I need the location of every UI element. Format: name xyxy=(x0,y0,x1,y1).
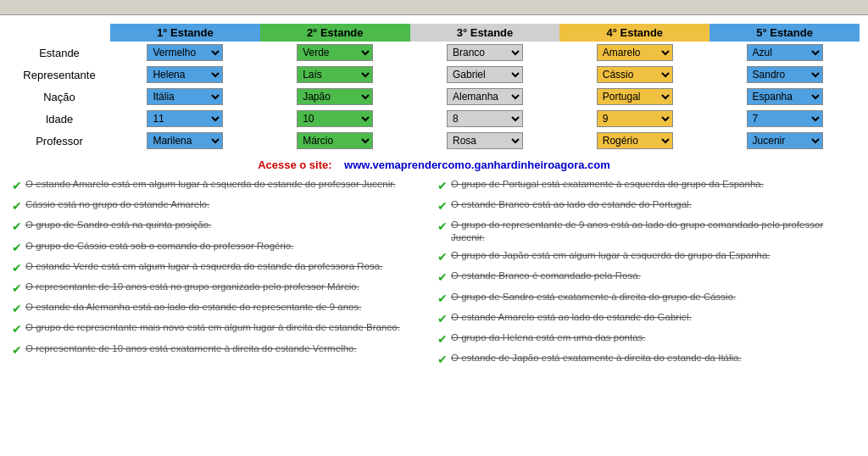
clues-right: ✔O grupo de Portugal está exatamente à e… xyxy=(434,178,860,372)
check-icon: ✔ xyxy=(12,219,22,234)
cell-representante-col4: HelenaLaísGabrielCássioSandro xyxy=(559,64,709,86)
list-item: ✔O grupo de Portugal está exatamente à e… xyxy=(437,178,856,193)
select-professor-col1[interactable]: MarilenaMárcioRosaRogérioJucenir xyxy=(147,132,223,149)
select-idade-col4[interactable]: 7891011 xyxy=(597,110,673,127)
select-representante-col1[interactable]: HelenaLaísGabrielCássioSandro xyxy=(147,66,223,83)
list-item: ✔O grupo do representante de 9 anos está… xyxy=(437,219,856,244)
promo-text: Acesse o site: xyxy=(258,158,341,171)
clue-text: O grupo de representante mais novo está … xyxy=(25,321,400,334)
clue-text: O grupo de Sandro está na quinta posição… xyxy=(25,219,211,231)
promo-bar: Acesse o site: www.vemaprendercomo.ganha… xyxy=(8,158,860,171)
cell-idade-col4: 7891011 xyxy=(559,108,709,130)
promo-url: www.vemaprendercomo.ganhardinheiroagora.… xyxy=(344,158,610,171)
col-header-1: 1° Estande xyxy=(110,24,260,42)
clue-text: O grupo do Japão está em algum lugar à e… xyxy=(451,249,771,262)
cell-representante-col2: HelenaLaísGabrielCássioSandro xyxy=(260,64,410,86)
row-label-representante: Representante xyxy=(8,64,110,86)
cell-professor-col1: MarilenaMárcioRosaRogérioJucenir xyxy=(110,130,260,152)
list-item: ✔O estande da Alemanha está ao lado do e… xyxy=(12,301,431,316)
clue-text: O grupo de Portugal está exatamente à es… xyxy=(451,178,764,191)
cell-representante-col1: HelenaLaísGabrielCássioSandro xyxy=(110,64,260,86)
cell-idade-col1: 7891011 xyxy=(110,108,260,130)
list-item: ✔O estando Amarelo está em algum lugar à… xyxy=(12,178,431,193)
select-idade-col2[interactable]: 7891011 xyxy=(297,110,373,127)
list-item: ✔O representante de 10 anos está exatame… xyxy=(12,342,431,358)
clue-text: O estande Branco é comandado pela Rosa. xyxy=(451,270,641,282)
cell-idade-col2: 7891011 xyxy=(260,108,410,130)
cell-nacao-col2: ItáliaJapãoAlemanhaPortugalEspanha xyxy=(260,86,410,108)
select-idade-col3[interactable]: 7891011 xyxy=(447,110,523,127)
cell-nacao-col1: ItáliaJapãoAlemanhaPortugalEspanha xyxy=(110,86,260,108)
clue-text: O grupo do representante de 9 anos está … xyxy=(451,219,856,244)
check-icon: ✔ xyxy=(12,260,22,275)
clue-text: O estande da Alemanha está ao lado do es… xyxy=(25,301,361,314)
row-label-idade: Idade xyxy=(8,108,110,130)
cell-professor-col2: MarilenaMárcioRosaRogérioJucenir xyxy=(260,130,410,152)
list-item: ✔O grupo de representante mais novo está… xyxy=(12,321,431,336)
cell-estande-col2: VermelhoVerdeBrancoAmareloAzul xyxy=(260,42,410,64)
list-item: ✔Cássio está no grupo do estande Amarelo… xyxy=(12,198,431,214)
list-item: ✔O estande Amarelo está ao lado do estan… xyxy=(437,311,856,326)
select-estande-col4[interactable]: VermelhoVerdeBrancoAmareloAzul xyxy=(597,44,673,61)
select-nacao-col1[interactable]: ItáliaJapãoAlemanhaPortugalEspanha xyxy=(147,88,223,105)
select-estande-col5[interactable]: VermelhoVerdeBrancoAmareloAzul xyxy=(747,44,823,61)
select-nacao-col2[interactable]: ItáliaJapãoAlemanhaPortugalEspanha xyxy=(297,88,373,105)
row-label-nacao: Nação xyxy=(8,86,110,108)
check-icon: ✔ xyxy=(437,311,448,326)
select-professor-col2[interactable]: MarilenaMárcioRosaRogérioJucenir xyxy=(297,132,373,149)
list-item: ✔O estande Branco está ao lado do estand… xyxy=(437,198,856,214)
clue-text: O representante de 10 anos está exatamen… xyxy=(25,342,357,355)
cell-nacao-col4: ItáliaJapãoAlemanhaPortugalEspanha xyxy=(559,86,709,108)
check-icon: ✔ xyxy=(437,291,448,306)
clue-text: O grupo de Cássio está sob o comando do … xyxy=(25,240,293,253)
clue-text: O estande Verde está em algum lugar à es… xyxy=(25,260,382,273)
list-item: ✔O estande Branco é comandado pela Rosa. xyxy=(437,270,856,285)
clue-text: O estando Amarelo está em algum lugar à … xyxy=(25,178,396,191)
select-nacao-col4[interactable]: ItáliaJapãoAlemanhaPortugalEspanha xyxy=(597,88,673,105)
col-header-3: 3° Estande xyxy=(410,24,560,42)
check-icon: ✔ xyxy=(12,321,22,336)
select-professor-col4[interactable]: MarilenaMárcioRosaRogérioJucenir xyxy=(597,132,673,149)
col-header-2: 2° Estande xyxy=(260,24,410,42)
clue-text: O estande Branco está ao lado do estande… xyxy=(451,198,692,211)
select-representante-col3[interactable]: HelenaLaísGabrielCássioSandro xyxy=(447,66,523,83)
cell-estande-col5: VermelhoVerdeBrancoAmareloAzul xyxy=(709,42,860,64)
clue-text: O grupo da Helena está em uma das pontas… xyxy=(451,331,646,344)
select-representante-col5[interactable]: HelenaLaísGabrielCássioSandro xyxy=(747,66,823,83)
row-label-estande: Estande xyxy=(8,42,110,64)
col-header-4: 4° Estande xyxy=(559,24,709,42)
list-item: ✔O grupo de Sandro está exatamente à dir… xyxy=(437,291,856,306)
select-nacao-col3[interactable]: ItáliaJapãoAlemanhaPortugalEspanha xyxy=(447,88,523,105)
cell-nacao-col3: ItáliaJapãoAlemanhaPortugalEspanha xyxy=(410,86,560,108)
select-professor-col5[interactable]: MarilenaMárcioRosaRogérioJucenir xyxy=(747,132,823,149)
check-icon: ✔ xyxy=(12,178,22,193)
check-icon: ✔ xyxy=(437,352,448,367)
top-bar xyxy=(0,0,868,15)
list-item: ✔O grupo de Sandro está na quinta posiçã… xyxy=(12,219,431,234)
select-nacao-col5[interactable]: ItáliaJapãoAlemanhaPortugalEspanha xyxy=(747,88,823,105)
select-representante-col2[interactable]: HelenaLaísGabrielCássioSandro xyxy=(297,66,373,83)
clue-text: Cássio está no grupo do estande Amarelo. xyxy=(25,198,209,211)
puzzle-grid: 1° Estande 2° Estande 3° Estande 4° Esta… xyxy=(8,24,860,152)
check-icon: ✔ xyxy=(437,331,448,347)
cell-representante-col5: HelenaLaísGabrielCássioSandro xyxy=(709,64,860,86)
select-representante-col4[interactable]: HelenaLaísGabrielCássioSandro xyxy=(597,66,673,83)
select-idade-col5[interactable]: 7891011 xyxy=(747,110,823,127)
cell-representante-col3: HelenaLaísGabrielCássioSandro xyxy=(410,64,560,86)
col-header-5: 5° Estande xyxy=(709,24,860,42)
select-estande-col1[interactable]: VermelhoVerdeBrancoAmareloAzul xyxy=(147,44,223,61)
clues-left: ✔O estando Amarelo está em algum lugar à… xyxy=(8,178,434,372)
check-icon: ✔ xyxy=(12,342,22,358)
cell-idade-col3: 7891011 xyxy=(410,108,560,130)
select-estande-col2[interactable]: VermelhoVerdeBrancoAmareloAzul xyxy=(297,44,373,61)
select-idade-col1[interactable]: 7891011 xyxy=(147,110,223,127)
select-estande-col3[interactable]: VermelhoVerdeBrancoAmareloAzul xyxy=(447,44,523,61)
clue-text: O estande de Japão está exatamente à dir… xyxy=(451,352,742,364)
check-icon: ✔ xyxy=(12,281,22,296)
main-content: 1° Estande 2° Estande 3° Estande 4° Esta… xyxy=(0,15,868,381)
list-item: ✔O grupo da Helena está em uma das ponta… xyxy=(437,331,856,347)
clues-container: ✔O estando Amarelo está em algum lugar à… xyxy=(8,178,860,372)
clue-text: O grupo de Sandro está exatamente à dire… xyxy=(451,291,736,303)
select-professor-col3[interactable]: MarilenaMárcioRosaRogérioJucenir xyxy=(447,132,523,149)
check-icon: ✔ xyxy=(437,270,448,285)
